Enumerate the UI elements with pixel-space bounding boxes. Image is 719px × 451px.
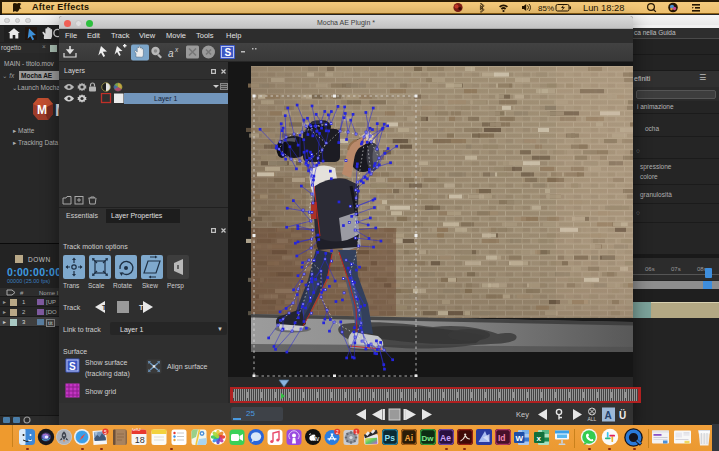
svg-text:Id: Id — [498, 433, 506, 443]
svg-text:S: S — [225, 47, 232, 58]
svg-text:18: 18 — [135, 435, 145, 445]
svg-text:S: S — [69, 361, 76, 372]
svg-text:T: T — [102, 304, 107, 311]
svg-text:M: M — [37, 103, 47, 117]
svg-text:Dw: Dw — [422, 434, 435, 443]
svg-text:2: 2 — [336, 430, 339, 435]
svg-text:W: W — [516, 434, 524, 443]
svg-text:Lun 18:28: Lun 18:28 — [583, 3, 624, 13]
svg-text:ALL: ALL — [588, 416, 597, 422]
svg-text:Ae: Ae — [440, 433, 451, 443]
svg-text:T: T — [139, 304, 144, 311]
svg-text:Ps: Ps — [385, 433, 396, 443]
svg-text:tv: tv — [314, 435, 320, 442]
svg-text:a: a — [168, 48, 174, 59]
svg-text:x: x — [174, 46, 179, 53]
svg-text:85%: 85% — [538, 4, 554, 13]
svg-text:A: A — [605, 410, 612, 421]
svg-text:Ai: Ai — [405, 433, 414, 443]
svg-text:1: 1 — [355, 430, 358, 435]
svg-text:x: x — [537, 434, 542, 443]
svg-text:GIO: GIO — [132, 428, 141, 432]
svg-text:Ü: Ü — [619, 409, 626, 421]
svg-text:5: 5 — [104, 429, 107, 435]
